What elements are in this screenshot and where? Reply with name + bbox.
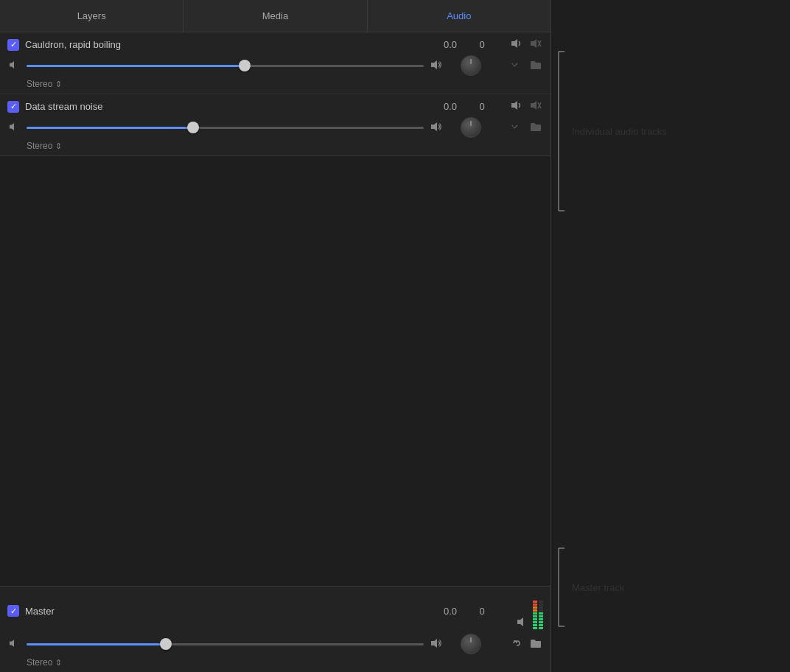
- master-pan-knob[interactable]: [461, 634, 481, 654]
- track-1-link-icons: [499, 60, 543, 72]
- vu-green-4: [533, 621, 537, 623]
- master-link-icons: [499, 638, 543, 651]
- vu-red-1: [533, 601, 537, 603]
- master-slider-row: [7, 634, 543, 654]
- track-1-link-icon[interactable]: [509, 60, 524, 72]
- master-pan-area: [449, 634, 493, 654]
- tracks-area: ✓ Cauldron, rapid boiling 0.0 0: [0, 32, 550, 672]
- track-2-slider-row: [7, 117, 543, 138]
- master-name: Master: [25, 606, 430, 617]
- master-track-section: ✓ Master 0.0 0: [0, 586, 550, 672]
- track-2-vol-low-icon: [7, 122, 21, 133]
- svg-marker-18: [517, 617, 523, 626]
- track-1-stereo-line: Stereo ⇕: [7, 79, 543, 89]
- track-2-link-icon[interactable]: [509, 122, 524, 134]
- svg-marker-10: [531, 101, 536, 110]
- track-2-pan-knob[interactable]: [461, 117, 481, 138]
- track-1-pan-area: [449, 55, 493, 76]
- bracket-individual-svg: [551, 50, 566, 212]
- vu-bar-right: [539, 592, 543, 629]
- svg-marker-5: [431, 60, 437, 69]
- annotation-master-track: Master track: [551, 547, 625, 628]
- vu-meter: [533, 592, 543, 629]
- track-row-2: ✓ Data stream noise 0.0 0: [0, 94, 550, 155]
- track-2-volume-value: 0.0: [436, 101, 465, 112]
- track-1-pan-knob[interactable]: [461, 55, 481, 76]
- track-1-mute-icon[interactable]: [528, 38, 543, 51]
- bracket-master-svg: [551, 547, 566, 628]
- track-1-slider[interactable]: [27, 59, 424, 72]
- vu-right-off-3: [539, 606, 543, 609]
- track-2-stereo-arrows[interactable]: ⇕: [55, 141, 62, 151]
- empty-area: [0, 156, 550, 586]
- vu-right-green-6: [539, 627, 543, 629]
- master-pan-value: 0: [471, 606, 493, 617]
- vu-right-off-4: [539, 609, 543, 612]
- master-folder-icon[interactable]: [528, 638, 543, 651]
- master-stereo-label: Stereo: [27, 657, 52, 668]
- vu-green-2: [533, 615, 537, 617]
- svg-marker-9: [511, 101, 517, 110]
- vu-right-green-1: [539, 612, 543, 615]
- track-2-slider[interactable]: [27, 121, 424, 134]
- master-vol-high-icon: [430, 638, 443, 651]
- track-top-line-2: ✓ Data stream noise 0.0 0: [7, 100, 543, 113]
- svg-line-16: [514, 125, 517, 128]
- track-2-link-icons: [499, 122, 543, 134]
- svg-marker-20: [431, 639, 437, 648]
- track-1-stereo-arrows[interactable]: ⇕: [55, 80, 62, 89]
- track-1-volume-icon[interactable]: [509, 38, 524, 51]
- track-1-pan-value: 0: [471, 39, 493, 50]
- annotations-panel: Individual audio tracks Master track: [551, 0, 790, 672]
- svg-marker-13: [10, 123, 14, 130]
- svg-rect-17: [531, 125, 541, 131]
- master-volume-value: 0.0: [436, 606, 465, 617]
- annotation-master-label: Master track: [572, 582, 625, 593]
- track-2-vol-high-icon: [430, 122, 443, 134]
- master-link-icon[interactable]: [509, 638, 524, 651]
- svg-marker-1: [531, 39, 536, 48]
- master-slider[interactable]: [27, 637, 424, 651]
- track-2-volume-icon[interactable]: [509, 100, 524, 113]
- master-top-line: ✓ Master 0.0 0: [7, 592, 543, 629]
- track-2-mute-icon[interactable]: [528, 100, 543, 113]
- track-1-slider-row: [7, 55, 543, 76]
- tab-bar: Layers Media Audio: [0, 0, 550, 32]
- annotation-individual-tracks: Individual audio tracks: [551, 50, 667, 212]
- track-1-stereo-label: Stereo: [27, 79, 52, 89]
- svg-marker-14: [431, 122, 437, 131]
- track-1-checkbox[interactable]: ✓: [7, 39, 19, 51]
- track-1-icons: [499, 38, 543, 51]
- track-1-volume-value: 0.0: [436, 39, 465, 50]
- track-2-checkbox[interactable]: ✓: [7, 101, 19, 113]
- tab-layers[interactable]: Layers: [0, 0, 183, 32]
- svg-line-7: [514, 63, 517, 66]
- annotation-individual-label: Individual audio tracks: [572, 126, 667, 137]
- vu-right-off-2: [539, 603, 543, 606]
- track-2-name: Data stream noise: [25, 101, 430, 112]
- tab-media[interactable]: Media: [183, 0, 367, 32]
- vu-right-green-5: [539, 624, 543, 626]
- track-2-stereo-line: Stereo ⇕: [7, 141, 543, 151]
- vu-orange-2: [533, 609, 537, 612]
- track-2-folder-icon[interactable]: [528, 122, 543, 134]
- vu-right-green-3: [539, 618, 543, 620]
- track-2-pan-area: [449, 117, 493, 138]
- track-1-vol-high-icon: [430, 60, 443, 72]
- vu-right-green-4: [539, 621, 543, 623]
- track-1-folder-icon[interactable]: [528, 60, 543, 72]
- master-stereo-arrows[interactable]: ⇕: [55, 658, 62, 668]
- track-1-name: Cauldron, rapid boiling: [25, 39, 430, 50]
- master-checkbox[interactable]: ✓: [7, 605, 19, 617]
- vu-right-green-2: [539, 615, 543, 617]
- audio-panel: Layers Media Audio ✓ Cauldron, rapid boi…: [0, 0, 551, 672]
- master-volume-icon[interactable]: [515, 617, 530, 629]
- track-2-pan-value: 0: [471, 101, 493, 112]
- vu-bar-left: [533, 592, 537, 629]
- master-icons: [499, 592, 543, 629]
- track-2-icons: [499, 100, 543, 113]
- tab-audio[interactable]: Audio: [368, 0, 550, 32]
- vu-green-5: [533, 624, 537, 626]
- svg-marker-4: [10, 61, 14, 69]
- master-vol-low-icon: [7, 639, 21, 650]
